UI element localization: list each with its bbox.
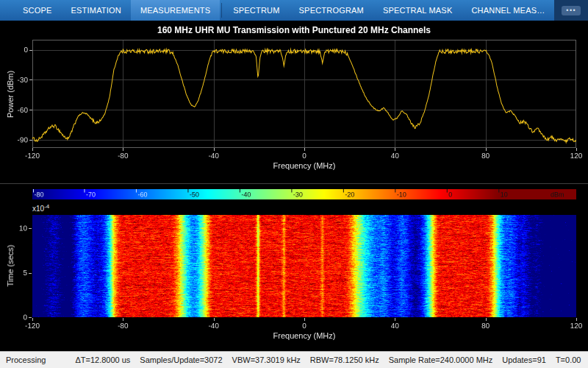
tab-spectrum[interactable]: SPECTRUM — [223, 0, 289, 21]
status-state: Processing — [6, 355, 46, 364]
status-item: T=0.00 — [556, 355, 581, 364]
tab-spectrogram[interactable]: SPECTROGRAM — [290, 0, 373, 21]
tab-estimation[interactable]: ESTIMATION — [62, 0, 131, 21]
spectrogram-panel: x10-4 Time (secs) Frequency (MHz) — [0, 183, 588, 351]
ellipsis-icon: ••• — [562, 6, 581, 15]
spectrum-x-axis-label: Frequency (MHz) — [32, 161, 576, 170]
tab-channel-measurements[interactable]: CHANNEL MEAS… — [462, 0, 554, 21]
spectrum-y-axis-label: Power (dBm) — [6, 71, 15, 118]
tab-spectral-mask[interactable]: SPECTRAL MASK — [373, 0, 462, 21]
spectrum-title: 160 MHz UHR MU Transmission with Punctur… — [0, 25, 588, 35]
status-item: VBW=37.3019 kHz — [232, 355, 301, 364]
status-measurements: ΔT=12.8000 usSamples/Update=3072VBW=37.3… — [75, 355, 588, 364]
toolbar-overflow-button[interactable]: ••• — [554, 0, 588, 21]
status-item: RBW=78.1250 kHz — [310, 355, 379, 364]
toolbar: SCOPE ESTIMATION MEASUREMENTS SPECTRUM S… — [0, 0, 588, 21]
status-item: Samples/Update=3072 — [140, 355, 222, 364]
spectrum-plot-canvas — [0, 21, 588, 183]
spectrogram-y-axis-label: Time (secs) — [6, 244, 15, 286]
tab-group-divider — [221, 3, 222, 18]
status-item: Sample Rate=240.0000 MHz — [389, 355, 493, 364]
tab-scope[interactable]: SCOPE — [13, 0, 62, 21]
spectrogram-x-axis-label: Frequency (MHz) — [32, 331, 576, 340]
status-item: Updates=91 — [502, 355, 546, 364]
status-bar: Processing ΔT=12.8000 usSamples/Update=3… — [0, 351, 588, 368]
status-item: ΔT=12.8000 us — [75, 355, 130, 364]
tab-measurements[interactable]: MEASUREMENTS — [131, 0, 220, 21]
spectrum-analyzer-window: SCOPE ESTIMATION MEASUREMENTS SPECTRUM S… — [0, 0, 588, 368]
spectrogram-axes-canvas — [0, 184, 588, 351]
spectrum-panel: 160 MHz UHR MU Transmission with Punctur… — [0, 21, 588, 183]
